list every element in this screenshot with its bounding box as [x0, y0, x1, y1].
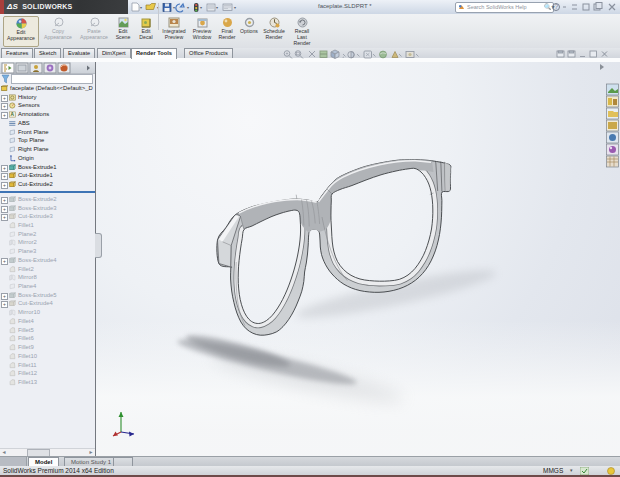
svg-text:?: ? [554, 3, 558, 10]
svg-text:▾: ▾ [173, 5, 175, 10]
svg-text:▾: ▾ [200, 5, 202, 10]
svg-text:▾: ▾ [234, 5, 236, 10]
svg-text:▾: ▾ [187, 5, 189, 10]
svg-text:▾: ▾ [140, 5, 142, 10]
svg-text:A: A [10, 112, 14, 117]
svg-text:▾: ▾ [216, 5, 218, 10]
